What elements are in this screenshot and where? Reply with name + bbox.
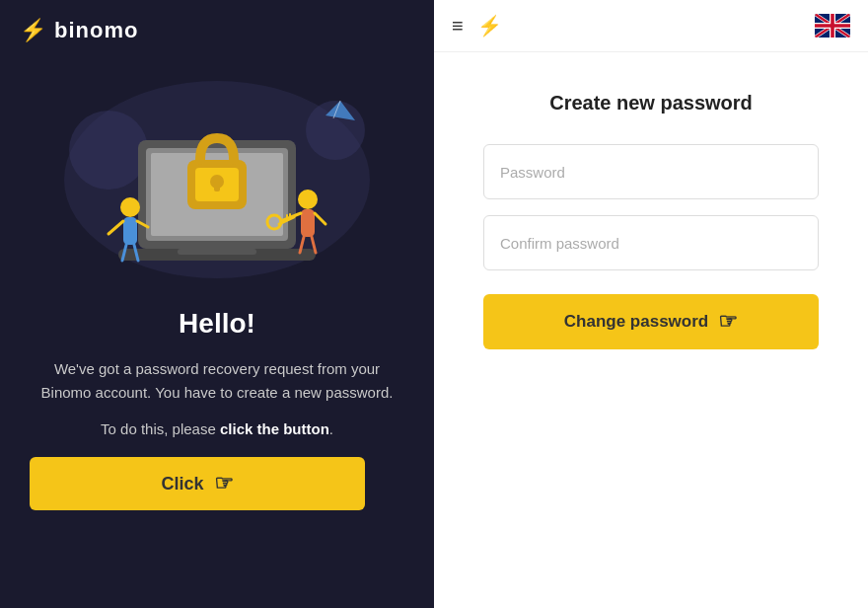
svg-point-18	[298, 190, 318, 209]
svg-point-1	[69, 111, 148, 190]
svg-point-12	[120, 197, 140, 217]
hamburger-icon[interactable]: ≡	[452, 15, 464, 38]
right-panel: ≡ ⚡ Create new password Change password …	[434, 0, 868, 608]
left-content: Hello! We've got a password recovery req…	[0, 288, 434, 530]
logo-icon: ⚡	[20, 18, 46, 43]
logo-area: ⚡ binomo	[0, 0, 434, 61]
cta-bold: click the button	[220, 420, 329, 437]
cta-text: To do this, please click the button.	[30, 420, 404, 437]
click-button-label: Click	[161, 474, 203, 494]
svg-rect-11	[214, 182, 220, 191]
svg-rect-7	[178, 249, 256, 255]
illustration-area	[0, 61, 434, 288]
cursor-icon: ☞	[214, 471, 234, 496]
left-panel: ⚡ binomo	[0, 0, 434, 608]
description-text: We've got a password recovery request fr…	[30, 357, 404, 405]
click-button[interactable]: Click ☞	[30, 457, 365, 510]
right-body: Create new password Change password ☞	[434, 52, 868, 608]
form-title: Create new password	[549, 92, 753, 114]
svg-rect-13	[123, 217, 137, 245]
confirm-password-input[interactable]	[483, 215, 819, 270]
uk-flag-icon[interactable]	[815, 14, 850, 38]
illustration-svg	[49, 71, 385, 288]
header-left: ≡ ⚡	[452, 14, 502, 38]
right-header: ≡ ⚡	[434, 0, 868, 52]
change-password-label: Change password	[564, 312, 708, 332]
cta-end: .	[329, 420, 333, 437]
change-password-button[interactable]: Change password ☞	[483, 294, 819, 349]
hello-title: Hello!	[30, 308, 404, 340]
cta-normal: To do this, please	[101, 420, 220, 437]
logo-text: binomo	[54, 18, 138, 43]
svg-rect-19	[301, 209, 315, 237]
password-input[interactable]	[483, 144, 819, 199]
cursor-right-icon: ☞	[718, 309, 738, 335]
bolt-icon: ⚡	[477, 14, 502, 38]
